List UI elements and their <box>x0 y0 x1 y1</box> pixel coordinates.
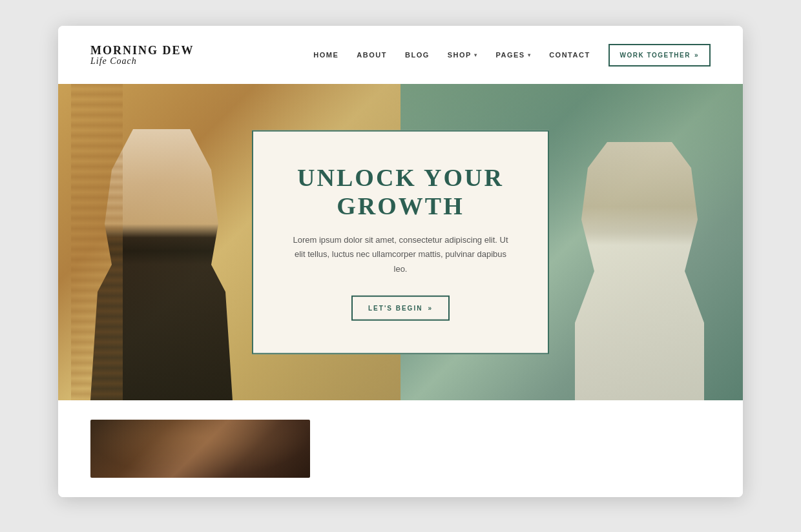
site-header: MORNING DEW Life Coach HOME ABOUT BLOG S… <box>58 26 743 84</box>
nav-shop[interactable]: SHOP ▾ <box>448 51 478 59</box>
lets-begin-chevron-icon: » <box>428 304 433 311</box>
nav-blog[interactable]: BLOG <box>405 51 430 59</box>
person-left-figure <box>90 129 233 400</box>
main-nav: HOME ABOUT BLOG SHOP ▾ PAGES ▾ CONTACT W… <box>313 44 711 66</box>
logo-main: MORNING DEW <box>90 44 194 57</box>
work-together-button[interactable]: WORK TOGETHER » <box>609 44 711 66</box>
nav-home[interactable]: HOME <box>313 51 338 59</box>
person-right-figure <box>575 142 704 400</box>
shop-chevron-icon: ▾ <box>474 52 478 58</box>
below-fold-section <box>58 400 743 497</box>
lets-begin-button[interactable]: LET'S BEGIN » <box>351 295 450 320</box>
cta-chevron-icon: » <box>694 52 699 59</box>
nav-contact[interactable]: CONTACT <box>549 51 590 59</box>
logo[interactable]: MORNING DEW Life Coach <box>90 44 194 66</box>
nav-pages[interactable]: PAGES ▾ <box>495 51 531 59</box>
browser-window: MORNING DEW Life Coach HOME ABOUT BLOG S… <box>58 26 743 497</box>
pages-chevron-icon: ▾ <box>528 52 532 58</box>
hero-title: UNLOCK YOUR GROWTH <box>292 164 509 220</box>
nav-about[interactable]: ABOUT <box>357 51 387 59</box>
hero-section: UNLOCK YOUR GROWTH Lorem ipsum dolor sit… <box>58 84 743 400</box>
logo-sub: Life Coach <box>90 56 137 66</box>
hero-card: UNLOCK YOUR GROWTH Lorem ipsum dolor sit… <box>252 130 549 354</box>
below-fold-image <box>90 420 310 478</box>
hero-description: Lorem ipsum dolor sit amet, consectetur … <box>292 233 509 276</box>
